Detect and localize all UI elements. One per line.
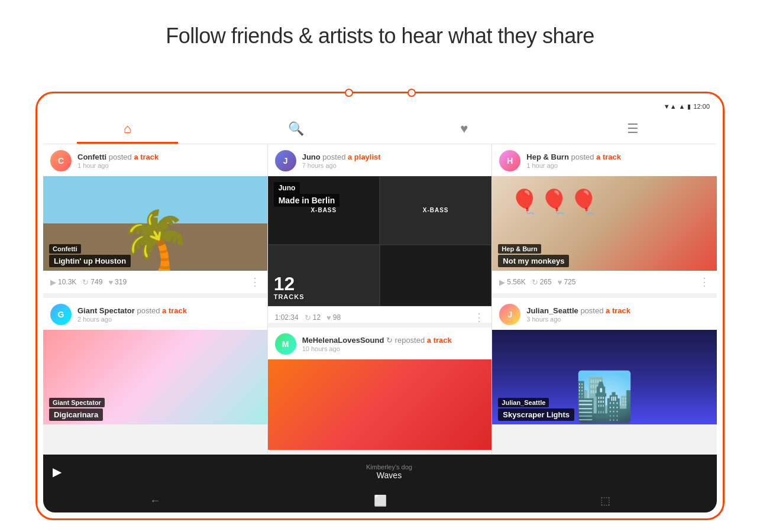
juno-radio: X-BASS X-BASS Juno Made in Berlin: [268, 176, 492, 306]
card-confetti-artwork[interactable]: Confetti Lightin' up Houston: [43, 176, 267, 271]
hep-title: Not my monkeys: [498, 255, 569, 267]
juno-likes: ♥ 98: [326, 313, 341, 322]
signal-icon: ▲: [679, 103, 685, 110]
play-button[interactable]: ▶: [53, 465, 62, 479]
card-hep-meta: Hep & Burn posted a track 1 hour ago: [526, 153, 710, 169]
player-artist: Kimberley's dog: [71, 463, 707, 471]
card-confetti: C Confetti posted a track 1 hour ago: [43, 144, 267, 293]
card-mehelena: M MeHelenaLovesSound ↻ reposted a track …: [268, 327, 492, 450]
nav-menu[interactable]: ☰: [548, 113, 717, 144]
like-icon-hep: ♥: [558, 278, 562, 287]
play-icon: ▶: [50, 278, 56, 287]
hep-likes: ♥ 725: [558, 278, 576, 287]
like-icon: ♥: [108, 278, 113, 287]
juno-duration: 1:02:34: [275, 313, 299, 322]
card-giant-header: G Giant Spectator posted a track 2 hours…: [43, 298, 267, 330]
confetti-reposts: ↻ 749: [82, 278, 102, 287]
card-julian-artwork[interactable]: Julian_Seattle Skyscraper Lights: [492, 330, 717, 424]
hep-tag: Hep & Burn: [498, 244, 541, 254]
nav-search[interactable]: 🔍: [212, 113, 380, 144]
avatar-juno: J: [275, 150, 296, 171]
avatar-hep: H: [499, 150, 520, 171]
card-giant-name: Giant Spectator posted a track: [77, 306, 260, 315]
user-julian[interactable]: Julian_Seattle: [526, 306, 578, 315]
julian-title: Skyscraper Lights: [498, 408, 574, 421]
card-confetti-name: Confetti posted a track: [77, 153, 260, 161]
card-confetti-header: C Confetti posted a track 1 hour ago: [43, 144, 267, 176]
hep-more[interactable]: ⋮: [699, 275, 710, 288]
avatar-confetti: C: [50, 150, 72, 171]
page-header: Follow friends & artists to hear what th…: [0, 0, 760, 60]
card-confetti-time: 1 hour ago: [77, 162, 260, 169]
hep-label: Hep & Burn Not my monkeys: [492, 239, 717, 271]
nav-bar: ⌂ 🔍 ♥ ☰: [43, 113, 717, 144]
confetti-label: Confetti Lightin' up Houston: [43, 239, 267, 271]
avatar-giant: G: [50, 304, 72, 325]
card-juno-artwork[interactable]: X-BASS X-BASS Juno Made in Berlin: [268, 176, 492, 306]
recents-button[interactable]: ⬚: [600, 494, 610, 507]
player-track: Waves: [71, 471, 707, 480]
card-mehelena-artwork[interactable]: [268, 359, 492, 450]
column-2: J Juno posted a playlist 7 hours ago: [268, 144, 493, 455]
juno-overlay: Juno Made in Berlin 12 TRACKS: [268, 176, 492, 306]
confetti-likes: ♥ 319: [108, 278, 127, 287]
card-hep-footer: ▶ 5.56K ↻ 265 ♥ 725 ⋮: [492, 271, 717, 293]
card-giant-artwork[interactable]: Giant Spectator Digicarinara: [43, 330, 267, 424]
card-confetti-footer: ▶ 10.3K ↻ 749 ♥ 319 ⋮: [43, 271, 267, 293]
column-3: H Hep & Burn posted a track 1 hour ago: [492, 144, 717, 455]
home-button[interactable]: ⬜: [374, 494, 387, 507]
card-mehelena-header: M MeHelenaLovesSound ↻ reposted a track …: [268, 327, 492, 359]
card-mehelena-meta: MeHelenaLovesSound ↻ reposted a track 10…: [302, 336, 485, 352]
card-hep-artwork[interactable]: Hep & Burn Not my monkeys: [492, 176, 717, 271]
card-juno-footer: 1:02:34 ↻ 12 ♥ 98 ⋮: [268, 306, 492, 323]
wifi-icon: ▼▲: [664, 103, 677, 110]
nav-likes[interactable]: ♥: [380, 113, 549, 144]
card-mehelena-time: 10 hours ago: [302, 345, 485, 352]
card-juno: J Juno posted a playlist 7 hours ago: [268, 144, 492, 323]
system-nav: ← ⬜ ⬚: [43, 489, 717, 512]
juno-more[interactable]: ⋮: [474, 311, 484, 323]
repost-icon-hep: ↻: [532, 278, 538, 287]
julian-label: Julian_Seattle Skyscraper Lights: [492, 393, 717, 424]
user-hep[interactable]: Hep & Burn: [526, 153, 569, 161]
user-juno[interactable]: Juno: [302, 153, 321, 161]
play-icon-hep: ▶: [499, 278, 505, 287]
card-julian: J Julian_Seattle posted a track 3 hours …: [492, 298, 717, 424]
confetti-plays: ▶ 10.3K: [50, 278, 76, 287]
card-giant-meta: Giant Spectator posted a track 2 hours a…: [77, 306, 260, 323]
camera-dot-left: [345, 89, 353, 97]
player-bar: ▶ Kimberley's dog Waves: [43, 455, 717, 489]
column-1: C Confetti posted a track 1 hour ago: [43, 144, 268, 455]
card-juno-time: 7 hours ago: [302, 162, 485, 169]
card-julian-time: 3 hours ago: [526, 316, 710, 323]
card-juno-header: J Juno posted a playlist 7 hours ago: [268, 144, 492, 176]
juno-playlist-count: 12 TRACKS: [274, 274, 305, 300]
heart-icon: ♥: [460, 121, 468, 137]
menu-icon: ☰: [627, 121, 639, 137]
card-hep-header: H Hep & Burn posted a track 1 hour ago: [492, 144, 717, 176]
card-julian-header: J Julian_Seattle posted a track 3 hours …: [492, 298, 717, 330]
confetti-more[interactable]: ⋮: [250, 275, 260, 288]
confetti-title: Lightin' up Houston: [49, 255, 131, 267]
avatar-julian: J: [499, 304, 520, 325]
juno-playlist-title: Made in Berlin: [274, 194, 340, 207]
nav-home[interactable]: ⌂: [43, 113, 212, 144]
card-giant-time: 2 hours ago: [77, 316, 260, 323]
juno-reposts: ↻ 12: [305, 313, 321, 322]
status-icons: ▼▲ ▲ ▮ 12:00: [664, 103, 710, 111]
avatar-mehelena: M: [275, 333, 296, 355]
user-mehelena[interactable]: MeHelenaLovesSound: [302, 336, 384, 345]
content-area: C Confetti posted a track 1 hour ago: [43, 144, 717, 455]
battery-icon: ▮: [687, 103, 691, 111]
juno-playlist-user: Juno: [274, 182, 300, 194]
card-julian-meta: Julian_Seattle posted a track 3 hours ag…: [526, 306, 710, 323]
card-hep: H Hep & Burn posted a track 1 hour ago: [492, 144, 717, 293]
giant-label: Giant Spectator Digicarinara: [43, 393, 267, 424]
camera-dot-right: [408, 89, 416, 97]
card-giant: G Giant Spectator posted a track 2 hours…: [43, 298, 267, 424]
user-confetti[interactable]: Confetti: [77, 153, 106, 161]
search-icon: 🔍: [288, 121, 304, 137]
like-icon-juno: ♥: [326, 313, 331, 322]
back-button[interactable]: ←: [150, 495, 160, 507]
user-giant[interactable]: Giant Spectator: [77, 306, 135, 315]
